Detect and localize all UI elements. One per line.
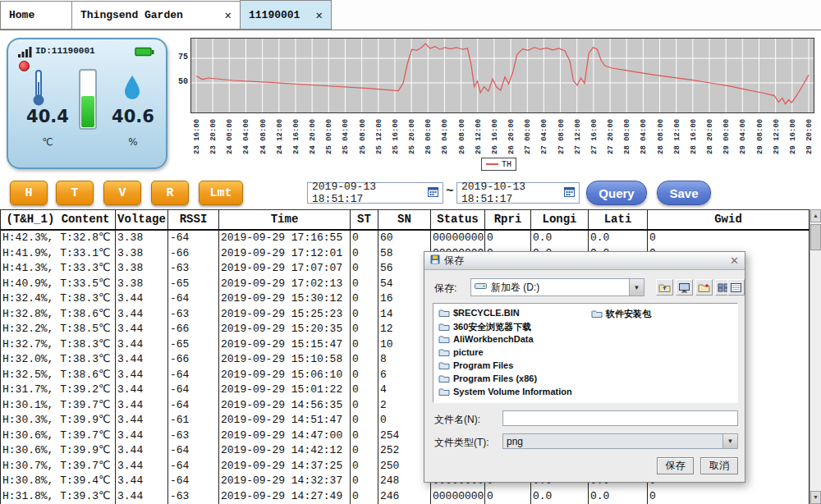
table-vertical-scrollbar[interactable]: ▲ ▼ <box>810 209 821 504</box>
table-cell: 2019-09-29 15:06:10 <box>219 368 351 383</box>
table-cell: 3.44 <box>116 322 168 337</box>
dialog-save-button[interactable]: 保存 <box>657 457 694 474</box>
humidity-value: 40.6 <box>99 107 167 126</box>
table-cell: 0 <box>648 489 810 504</box>
details-view-button[interactable] <box>727 279 745 296</box>
table-cell: H:30.1%, T:39.7℃ <box>1 398 116 414</box>
tab-close-icon[interactable]: ✕ <box>316 8 323 22</box>
calendar-icon[interactable] <box>428 186 438 200</box>
table-row[interactable]: H:42.3%, T:32.8℃3.38-642019-09-29 17:16:… <box>1 231 810 246</box>
table-cell: 0 <box>351 428 378 444</box>
table-cell: H:30.6%, T:39.7℃ <box>1 428 116 444</box>
file-list[interactable]: $RECYCLE.BIN360安全浏览器下载AliWorkbenchDatapi… <box>433 303 738 403</box>
date-to-picker[interactable]: 2019-10-13 18:51:17 <box>456 182 580 204</box>
table-cell: 3.44 <box>116 368 168 383</box>
x-tick-label: 27 20:00 <box>607 119 615 154</box>
folder-icon <box>438 335 450 344</box>
look-in-combobox[interactable]: 新加卷 (D:) ▼ <box>470 278 644 296</box>
table-cell: 2019-09-29 15:20:35 <box>219 322 351 337</box>
column-header-rssi[interactable]: RSSI <box>168 210 219 229</box>
file-item[interactable]: picture <box>438 347 484 357</box>
table-row[interactable]: H:31.8%, T:39.3℃3.44-632019-09-29 14:27:… <box>1 489 810 504</box>
tab-home[interactable]: Home <box>0 1 72 30</box>
column-header-lati[interactable]: Lati <box>589 210 648 229</box>
new-folder-button[interactable] <box>695 279 713 296</box>
up-one-level-button[interactable] <box>656 279 673 296</box>
tab-home-label: Home <box>9 9 34 21</box>
x-tick-label: 26 12:00 <box>475 119 483 154</box>
file-type-combobox[interactable]: png ▼ <box>502 433 738 449</box>
dialog-title-bar[interactable]: 保存 ✕ <box>424 252 745 270</box>
folder-icon <box>438 361 450 370</box>
table-cell: H:41.9%, T:33.1℃ <box>1 246 116 262</box>
tab-thingsend-garden[interactable]: Thingsend Garden ✕ <box>71 1 241 30</box>
column-header--t-h-1-content[interactable]: (T&H_1) Content <box>1 210 116 229</box>
filter-button-r[interactable]: R <box>151 181 189 205</box>
dialog-close-icon[interactable]: ✕ <box>730 254 739 267</box>
table-cell: 2019-09-29 14:37:25 <box>219 459 351 474</box>
date-from-picker[interactable]: 2019-09-13 18:51:17 <box>307 182 443 204</box>
filter-button-v[interactable]: V <box>103 181 141 205</box>
column-header-gwid[interactable]: Gwid <box>648 210 810 229</box>
filter-button-h[interactable]: H <box>10 181 48 205</box>
file-item[interactable]: Program Files <box>438 360 513 370</box>
column-header-voltage[interactable]: Voltage <box>116 210 168 229</box>
x-tick-label: 27 16:00 <box>590 119 599 154</box>
file-name: $RECYCLE.BIN <box>453 308 520 318</box>
table-cell: 3.38 <box>116 246 168 262</box>
table-cell: 3.44 <box>116 383 168 398</box>
file-name-input[interactable] <box>502 410 738 426</box>
column-header-rpri[interactable]: Rpri <box>485 210 531 229</box>
table-cell: H:41.3%, T:33.3℃ <box>1 261 116 277</box>
table-cell: 60 <box>378 231 431 246</box>
scroll-down-button[interactable]: ▼ <box>810 491 821 504</box>
table-cell: 0 <box>485 231 531 246</box>
table-cell: H:31.8%, T:39.3℃ <box>1 489 116 504</box>
x-tick-label: 27 12:00 <box>574 119 582 154</box>
file-item[interactable]: 软件安装包 <box>591 308 651 320</box>
filter-button-t[interactable]: T <box>56 181 94 205</box>
scrollbar-thumb[interactable] <box>810 224 821 250</box>
query-button[interactable]: Query <box>586 181 647 205</box>
column-header-status[interactable]: Status <box>431 210 485 229</box>
look-in-label: 保存: <box>434 282 456 296</box>
tab-close-icon[interactable]: ✕ <box>225 8 232 22</box>
filter-button-lmt[interactable]: Lmt <box>199 181 243 205</box>
table-cell: 0 <box>648 231 810 246</box>
file-name: Program Files <box>453 360 513 370</box>
table-cell: 0 <box>351 383 378 398</box>
column-header-longi[interactable]: Longi <box>531 210 589 229</box>
tab-device-label: 11190001 <box>249 9 300 21</box>
combo-dropdown-arrow[interactable]: ▼ <box>722 434 737 448</box>
table-cell: H:32.2%, T:38.5℃ <box>1 322 116 337</box>
humidity-drop-icon <box>122 74 143 105</box>
table-cell: -63 <box>168 489 219 504</box>
combo-dropdown-arrow[interactable]: ▼ <box>629 279 644 296</box>
file-item[interactable]: Program Files (x86) <box>438 373 537 383</box>
table-cell: 3.44 <box>116 352 168 368</box>
table-cell: -65 <box>168 337 219 353</box>
column-header-st[interactable]: ST <box>351 210 378 229</box>
table-cell: 0 <box>351 413 378 428</box>
table-cell: 0 <box>351 307 378 323</box>
x-tick-label: 24 16:00 <box>292 119 300 154</box>
scroll-up-button[interactable]: ▲ <box>810 209 821 222</box>
save-button[interactable]: Save <box>657 181 711 205</box>
column-header-sn[interactable]: SN <box>378 210 431 229</box>
battery-icon <box>135 45 154 60</box>
column-header-time[interactable]: Time <box>219 210 351 229</box>
file-item[interactable]: System Volume Information <box>438 387 572 396</box>
table-cell: 0.0 <box>531 231 589 246</box>
table-cell: 3.44 <box>116 307 168 323</box>
table-cell: 3.44 <box>116 398 168 414</box>
file-item[interactable]: 360安全浏览器下载 <box>438 321 531 333</box>
calendar-icon[interactable] <box>564 186 575 200</box>
chart-plot-area[interactable] <box>190 38 814 113</box>
file-item[interactable]: AliWorkbenchData <box>438 334 534 344</box>
file-item[interactable]: $RECYCLE.BIN <box>438 308 520 318</box>
table-cell: 0.0 <box>589 231 648 246</box>
dialog-cancel-button[interactable]: 取消 <box>700 457 738 474</box>
tab-11190001[interactable]: 11190001 ✕ <box>240 0 332 30</box>
desktop-button[interactable] <box>676 279 693 296</box>
x-tick-label: 29 04:00 <box>739 119 747 154</box>
